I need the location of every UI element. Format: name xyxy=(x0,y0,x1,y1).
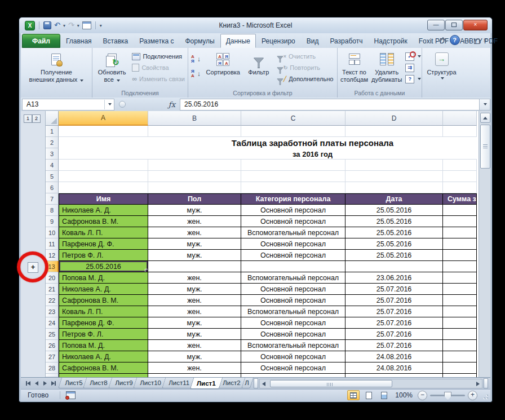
connections-button[interactable]: Подключения xyxy=(130,51,187,62)
cell-A12[interactable]: Петров Ф. Л. xyxy=(59,250,148,261)
cell-D27[interactable]: 24.08.2016 xyxy=(345,351,443,362)
split-handle[interactable] xyxy=(484,378,488,388)
cell-A21[interactable]: Николаев А. Д. xyxy=(59,284,148,295)
ribbon-tab-разметка-с[interactable]: Разметка с xyxy=(134,34,179,48)
cell-C24[interactable]: Основной персонал xyxy=(241,317,345,329)
window-minimize-button[interactable]: — xyxy=(427,20,445,30)
cell-B21[interactable]: муж. xyxy=(148,284,241,295)
row-header-12[interactable]: 12 xyxy=(46,250,59,261)
cell-D22[interactable]: 25.07.2016 xyxy=(345,295,443,306)
row-header-11[interactable]: 11 xyxy=(46,238,59,250)
what-if-analysis-button[interactable]: ? xyxy=(404,73,423,85)
horizontal-scrollbar[interactable] xyxy=(259,379,482,388)
text-to-columns-button[interactable]: ↓ Текст по столбцам xyxy=(339,50,370,85)
cell-E28[interactable] xyxy=(443,362,477,374)
cell-A8[interactable]: Николаев А. Д. xyxy=(59,205,148,216)
cell-B28[interactable]: жен. xyxy=(148,362,241,374)
help-icon[interactable]: ? xyxy=(450,35,460,45)
cell-C12[interactable]: Основной персонал xyxy=(241,250,345,261)
cell-E5[interactable] xyxy=(443,171,477,182)
row-header-4[interactable]: 4 xyxy=(46,160,59,171)
cell-C6[interactable] xyxy=(241,182,345,193)
cell-C28[interactable]: Основной персонал xyxy=(241,362,345,374)
cell-E27[interactable] xyxy=(443,351,477,362)
qat-customize-icon[interactable]: ▾ xyxy=(100,23,102,28)
row-header-28[interactable]: 28 xyxy=(46,362,59,374)
cell-D20[interactable]: 23.06.2016 xyxy=(345,272,443,284)
scroll-left-button[interactable] xyxy=(260,379,268,388)
refresh-all-button[interactable]: ↻ Обновить все xyxy=(94,50,130,85)
zoom-out-button[interactable]: − xyxy=(418,391,427,400)
insert-function-icon[interactable]: ƒx xyxy=(169,100,175,109)
cell-E21[interactable] xyxy=(443,284,477,295)
row-header-21[interactable]: 21 xyxy=(46,284,59,295)
column-header-E-partial[interactable] xyxy=(443,111,477,126)
sort-descending-button[interactable]: ЯА ↓ xyxy=(189,67,202,81)
formula-input[interactable]: 25.05.2016 xyxy=(180,99,479,110)
header-cell-B7[interactable]: Пол xyxy=(148,193,241,205)
horizontal-scrollbar-thumb[interactable] xyxy=(270,380,392,387)
cell-E9[interactable] xyxy=(443,216,477,227)
ribbon-tab-разработч[interactable]: Разработч xyxy=(324,34,368,48)
column-header-D[interactable]: D xyxy=(345,111,443,126)
cell-E22[interactable] xyxy=(443,295,477,306)
filter-button[interactable]: Фильтр xyxy=(244,50,273,77)
page-layout-view-button[interactable] xyxy=(362,390,375,400)
cell-B26[interactable]: жен. xyxy=(148,340,241,351)
row-header-27[interactable]: 27 xyxy=(46,351,59,362)
properties-button[interactable]: Свойства xyxy=(130,62,187,73)
sort-button[interactable]: АЯ ЯА Сортировка xyxy=(202,50,244,77)
cell-E20[interactable] xyxy=(443,272,477,284)
header-cell-A7[interactable]: Имя xyxy=(59,193,148,205)
cell-C1[interactable] xyxy=(241,126,345,137)
cell-E8[interactable] xyxy=(443,205,477,216)
row-header-8[interactable]: 8 xyxy=(46,205,59,216)
cell-C26[interactable]: Вспомогательный персонал xyxy=(241,340,345,351)
ribbon-tab-рецензиро[interactable]: Рецензиро xyxy=(256,34,301,48)
row-header-7[interactable]: 7 xyxy=(46,193,59,205)
row-header-23[interactable]: 23 xyxy=(46,306,59,317)
outline-level-2-button[interactable]: 2 xyxy=(32,114,41,123)
cell-A28[interactable]: Сафронова В. М. xyxy=(59,362,148,374)
cell-E24[interactable] xyxy=(443,317,477,329)
column-header-C[interactable]: C xyxy=(241,111,345,126)
row-header-25[interactable]: 25 xyxy=(46,329,59,340)
undo-dropdown-icon[interactable]: ▾ xyxy=(63,23,65,28)
workbook-restore-icon[interactable] xyxy=(474,39,480,44)
cell-D24[interactable]: 25.07.2016 xyxy=(345,317,443,329)
cell-D28[interactable]: 24.08.2016 xyxy=(345,362,443,374)
row-header-1[interactable]: 1 xyxy=(46,126,59,137)
cell-B6[interactable] xyxy=(148,182,241,193)
cell-D8[interactable]: 25.05.2016 xyxy=(345,205,443,216)
cell-B25[interactable]: муж. xyxy=(148,329,241,340)
cell-D26[interactable]: 25.07.2016 xyxy=(345,340,443,351)
cell-A27[interactable]: Николаев А. Д. xyxy=(59,351,148,362)
cell-B1[interactable] xyxy=(148,126,241,137)
consolidate-button[interactable]: ⇉ xyxy=(404,62,423,73)
window-restore-button[interactable] xyxy=(445,20,463,30)
remove-duplicates-button[interactable]: Удалить дубликаты xyxy=(370,50,404,85)
cell-C13[interactable] xyxy=(241,261,345,272)
cell-B23[interactable]: жен. xyxy=(148,306,241,317)
redo-icon[interactable]: ↷ xyxy=(68,21,74,29)
cell-C4[interactable] xyxy=(241,160,345,171)
cell-A4[interactable] xyxy=(59,160,148,171)
cell-A13[interactable]: 25.05.2016 xyxy=(59,261,148,272)
cell-D9[interactable]: 25.05.2016 xyxy=(345,216,443,227)
cell-C23[interactable]: Вспомогательный персонал xyxy=(241,306,345,317)
cell-B8[interactable]: муж. xyxy=(148,205,241,216)
cell-D21[interactable]: 25.07.2016 xyxy=(345,284,443,295)
redo-dropdown-icon[interactable]: ▾ xyxy=(77,23,79,28)
cell-C27[interactable]: Основной персонал xyxy=(241,351,345,362)
cell-B20[interactable]: жен. xyxy=(148,272,241,284)
cell-A5[interactable] xyxy=(59,171,148,182)
name-box[interactable]: A13 xyxy=(22,99,114,110)
cell-C9[interactable]: Основной персонал xyxy=(241,216,345,227)
cell-C11[interactable]: Основной персонал xyxy=(241,238,345,250)
cell-B10[interactable]: жен. xyxy=(148,227,241,238)
cell-D6[interactable] xyxy=(345,182,443,193)
cell-D25[interactable]: 25.07.2016 xyxy=(345,329,443,340)
cell-A10[interactable]: Коваль Л. П. xyxy=(59,227,148,238)
resize-grip[interactable] xyxy=(481,392,488,399)
reapply-filter-button[interactable]: ↻ Повторить xyxy=(273,62,335,73)
